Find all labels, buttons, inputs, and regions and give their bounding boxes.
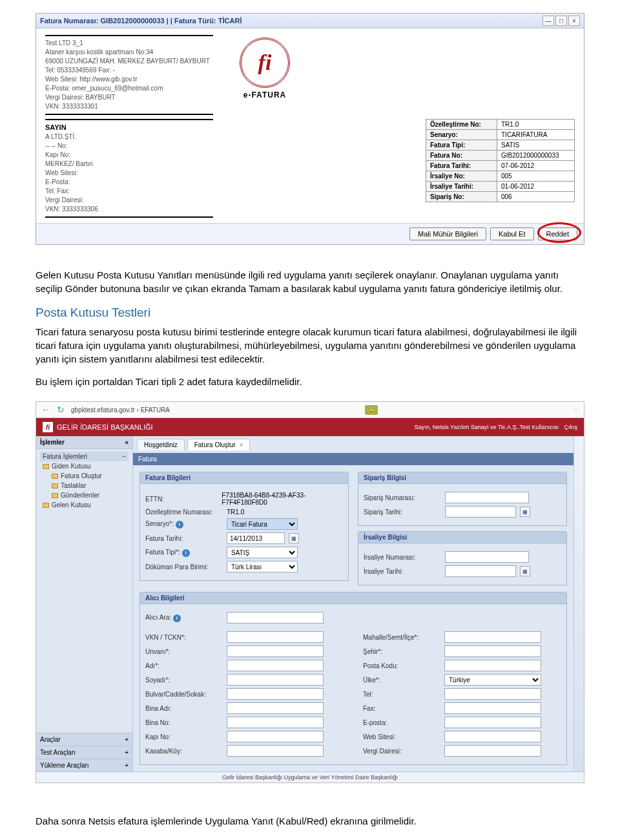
alici-field-input[interactable] [227, 702, 324, 714]
kabul-et-button[interactable]: Kabul Et [490, 227, 534, 240]
collapse-icon[interactable]: « [125, 439, 129, 446]
siparis-tarihi-label: Sipariş Tarihi: [364, 509, 441, 516]
close-button[interactable]: × [568, 16, 580, 26]
sidebar-group-header[interactable]: Fatura İşlemleri − [40, 452, 129, 461]
sidebar-item[interactable]: Taslaklar [40, 481, 129, 490]
calendar-icon[interactable]: ▦ [289, 533, 299, 543]
ulke-select[interactable]: Türkiye [444, 674, 541, 686]
alici-field-label: Şehir*: [363, 648, 440, 655]
folder-icon [43, 464, 49, 469]
paragraph-trailing: Daha sonra Netsis efatura işlemlerinde U… [36, 815, 584, 826]
alici-field-input[interactable] [227, 688, 324, 700]
mali-muhur-button[interactable]: Mali Mühür Bilgileri [409, 227, 486, 240]
meta-key: Fatura Tipi: [426, 140, 497, 151]
folder-icon [52, 493, 58, 498]
alici-field-label: Ülke*: [363, 677, 440, 684]
sender-name: Test LTD 3_1 [45, 39, 213, 48]
sidebar-item[interactable]: Giden Kutusu [40, 461, 129, 471]
info-icon[interactable]: i [173, 614, 181, 622]
sidebar-bottom-item[interactable]: Test Araçları+ [36, 746, 132, 759]
portal-logo: fi GELİR İDARESİ BAŞKANLIĞI [43, 422, 153, 432]
logout-link[interactable]: Çıkış [564, 424, 577, 430]
minimize-button[interactable]: — [542, 16, 554, 26]
alici-field-input[interactable] [444, 702, 541, 714]
reload-icon[interactable]: ↻ [57, 404, 65, 415]
alici-field-label: Kapı No: [145, 733, 223, 740]
minus-icon[interactable]: − [122, 453, 126, 460]
paragraph-3: Bu işlem için portaldan Ticari tipli 2 a… [36, 375, 584, 388]
sayin-label: SAYIN [45, 123, 213, 132]
tab-fatura-label: Fatura Oluştur [194, 441, 236, 448]
tab-fatura-olustur[interactable]: Fatura Oluştur× [187, 439, 251, 450]
siparis-tarihi-input[interactable] [445, 506, 516, 518]
alici-field-input[interactable] [444, 631, 541, 643]
fieldset-fatura-bilgileri: ETTN:F7318BA8-64B8-4239-AF33-F7F4F180F8D… [140, 484, 349, 581]
fatura-tarihi-input[interactable] [227, 532, 285, 544]
alici-field-input[interactable] [444, 745, 541, 757]
reddet-button[interactable]: Reddet [538, 227, 577, 240]
plus-icon[interactable]: + [125, 736, 129, 743]
sidebar-bottom-label: Araçlar [40, 736, 61, 743]
sidebar-group-fatura: Fatura İşlemleri − Giden KutusuFatura Ol… [36, 449, 132, 512]
sender-tel: Tel: 05333349569 Fax: - [45, 66, 213, 75]
sender-addr1: Ataner karşısı kostik apartmanı No:34 [45, 48, 213, 57]
meta-key: Fatura Tarihi: [426, 161, 497, 171]
sidebar-bottom-item[interactable]: Araçlar+ [36, 733, 132, 746]
tab-hosgeldiniz[interactable]: Hoşgeldiniz [137, 439, 185, 450]
recipient-web: Web Sitesi: [45, 169, 213, 178]
star-icon[interactable]: ☆ [573, 406, 579, 414]
siparis-no-input[interactable] [445, 492, 529, 503]
irsaliye-tarihi-input[interactable] [445, 565, 516, 577]
senaryo-select[interactable]: Ticari Fatura [227, 518, 298, 530]
alici-field-input[interactable] [227, 731, 324, 742]
sidebar-item-label: Giden Kutusu [52, 463, 91, 470]
gib-logo-icon: fi [240, 37, 290, 88]
vertical-scrollbar[interactable] [574, 436, 584, 772]
alici-field-label: Bulvar/Cadde/Sokak: [145, 691, 223, 698]
sidebar-bottom-item[interactable]: Yükleme Araçları+ [36, 759, 132, 772]
alici-field-input[interactable] [227, 646, 324, 657]
alici-field-input[interactable] [444, 717, 541, 728]
doc-section: Gelen Kutusu Posta Kutusu Yanıtları menü… [36, 268, 584, 388]
para-birimi-select[interactable]: Türk Lirası [227, 561, 298, 572]
alici-field-input[interactable] [227, 660, 324, 671]
action-bar: Mali Mühür Bilgileri Kabul Et Reddet [36, 223, 584, 244]
alici-field-input[interactable] [444, 688, 541, 700]
alici-ara-input[interactable] [227, 612, 324, 624]
calendar-icon[interactable]: ▦ [520, 507, 530, 517]
portal-header: fi GELİR İDARESİ BAŞKANLIĞI Sayın, Netsi… [36, 418, 584, 436]
fatura-tipi-label: Fatura Tipi*: i [145, 549, 223, 557]
sidebar-item[interactable]: Gelen Kutusu [40, 500, 129, 510]
back-icon[interactable]: ← [41, 404, 50, 415]
alici-field-input[interactable] [444, 660, 541, 671]
fatura-tipi-select[interactable]: SATIŞ [227, 547, 298, 558]
maximize-button[interactable]: □ [555, 16, 567, 26]
heading-posta-kutusu: Posta Kutusu Testleri [36, 306, 584, 320]
alici-field-label: Vergi Dairesi: [363, 748, 440, 755]
alici-field-input[interactable] [444, 646, 541, 657]
calendar-icon[interactable]: ▦ [520, 566, 530, 576]
alici-field-label: Fax: [363, 705, 440, 712]
window-titlebar: Fatura Numarası: GIB2012000000033 | | Fa… [36, 14, 584, 28]
info-icon[interactable]: i [176, 521, 183, 529]
info-icon[interactable]: i [182, 549, 190, 557]
plus-icon[interactable]: + [125, 749, 129, 756]
meta-key: İrsaliye No: [426, 171, 497, 182]
sidebar-item[interactable]: Fatura Oluştur [40, 471, 129, 481]
alici-field-input[interactable] [227, 717, 324, 728]
alici-field-input[interactable] [227, 631, 324, 643]
sender-block: Test LTD 3_1 Ataner karşısı kostik apart… [45, 35, 213, 115]
irsaliye-no-input[interactable] [445, 551, 529, 563]
lock-icon: 🔒 [365, 406, 378, 414]
browser-addressbar: ← ↻ gbpktest.efatura.gov.tr › EFATURA 🔒 … [36, 402, 584, 418]
paragraph-1: Gelen Kutusu Posta Kutusu Yanıtları menü… [36, 268, 584, 295]
alici-field-input[interactable] [444, 731, 541, 742]
sidebar-item[interactable]: Gönderilenler [40, 490, 129, 500]
tab-close-icon[interactable]: × [240, 441, 243, 448]
plus-icon[interactable]: + [125, 762, 129, 769]
sidebar-item-label: Fatura Oluştur [61, 472, 102, 479]
alici-field-input[interactable] [227, 674, 324, 686]
senaryo-label: Senaryo*: i [145, 520, 223, 529]
alici-field-input[interactable] [227, 745, 324, 757]
meta-value: 006 [497, 192, 575, 202]
